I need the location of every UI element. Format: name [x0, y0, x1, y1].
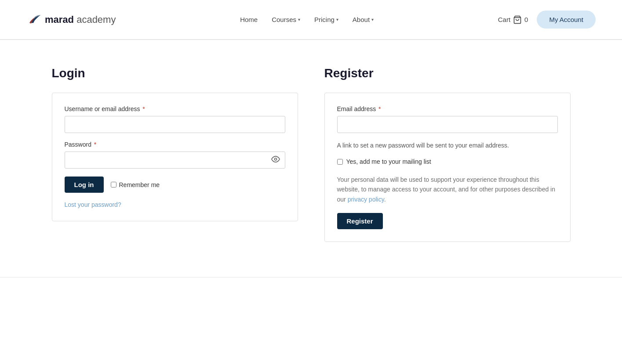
login-actions-row: Log in Remember me	[65, 177, 285, 193]
remember-me-checkbox[interactable]	[111, 182, 116, 187]
header-right: Cart 0 My Account	[498, 11, 596, 29]
nav-courses[interactable]: Courses ▾	[266, 12, 306, 27]
register-section: Register Email address * A link to set a…	[324, 66, 571, 242]
email-label: Email address *	[337, 105, 558, 112]
logo-text: marad academy	[45, 14, 116, 25]
nav-about[interactable]: About ▾	[346, 12, 380, 27]
register-info-text: A link to set a new password will be sen…	[337, 141, 558, 150]
about-dropdown-icon: ▾	[371, 17, 374, 22]
cart-label: Cart	[498, 16, 510, 23]
remember-me-label[interactable]: Remember me	[111, 181, 160, 188]
show-password-icon[interactable]	[271, 155, 280, 166]
svg-point-1	[274, 158, 276, 160]
login-button[interactable]: Log in	[65, 177, 104, 193]
username-input[interactable]	[65, 116, 285, 133]
register-form-card: Email address * A link to set a new pass…	[324, 93, 571, 242]
login-title: Login	[52, 66, 298, 80]
courses-dropdown-icon: ▾	[298, 17, 300, 22]
main-nav: Home Courses ▾ Pricing ▾ About ▾	[234, 12, 380, 27]
username-required: *	[141, 105, 145, 112]
logo[interactable]: marad academy	[26, 12, 116, 28]
password-wrapper	[65, 151, 285, 169]
mailing-list-label[interactable]: Yes, add me to your mailing list	[337, 158, 558, 165]
cart-count: 0	[524, 16, 528, 23]
mailing-list-checkbox[interactable]	[337, 159, 343, 165]
nav-home[interactable]: Home	[234, 12, 264, 27]
cart-link[interactable]: Cart 0	[498, 15, 528, 24]
password-required: *	[92, 141, 96, 148]
register-button[interactable]: Register	[337, 213, 383, 229]
email-required: *	[377, 105, 381, 112]
my-account-button[interactable]: My Account	[537, 11, 596, 29]
main-content: Login Username or email address * Passwo…	[25, 40, 597, 277]
pricing-dropdown-icon: ▾	[336, 17, 338, 22]
nav-pricing[interactable]: Pricing ▾	[308, 12, 345, 27]
privacy-text: Your personal data will be used to suppo…	[337, 175, 558, 204]
lost-password-link[interactable]: Lost your password?	[65, 201, 121, 208]
password-label: Password *	[65, 141, 285, 148]
username-label: Username or email address *	[65, 105, 285, 112]
login-form-card: Username or email address * Password * L…	[52, 93, 298, 221]
register-title: Register	[324, 66, 571, 80]
register-email-input[interactable]	[337, 116, 558, 133]
cart-icon	[513, 15, 522, 24]
footer-divider	[0, 277, 622, 278]
login-section: Login Username or email address * Passwo…	[52, 66, 298, 242]
privacy-policy-link[interactable]: privacy policy	[348, 196, 384, 203]
logo-bird-icon	[26, 12, 42, 28]
password-input[interactable]	[65, 151, 285, 169]
